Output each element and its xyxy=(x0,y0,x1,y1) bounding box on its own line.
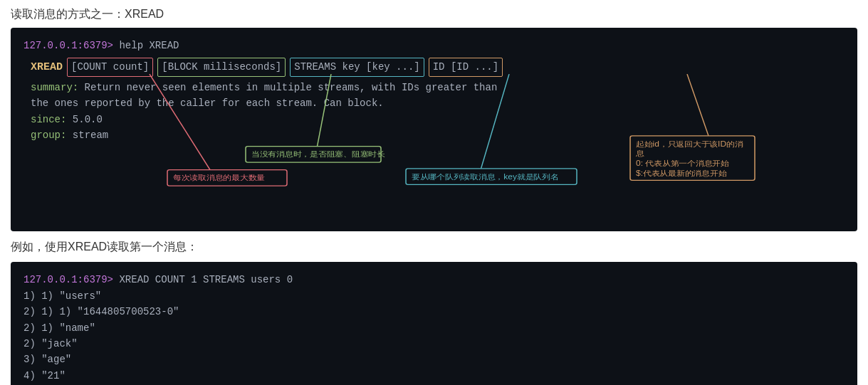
since-line: since: 5.0.0 xyxy=(31,112,845,127)
result-line-6: 4) "21" xyxy=(23,368,845,384)
terminal-1: 127.0.0.1:6379> help XREAD XREAD [COUNT … xyxy=(11,28,857,231)
terminal-2: 127.0.0.1:6379> XREAD COUNT 1 STREAMS us… xyxy=(11,262,857,385)
result-line-1: 1) 1) "users" xyxy=(23,288,845,304)
section-title-2: 例如，使用XREAD读取第一个消息： xyxy=(11,240,857,255)
since-label: since: xyxy=(31,114,66,125)
bracket-block: [BLOCK milliseconds] xyxy=(157,58,286,76)
result-line-3: 2) 1) "name" xyxy=(23,320,845,336)
since-val: 5.0.0 xyxy=(66,114,102,125)
summary-label: summary: xyxy=(31,82,78,93)
result-line-2: 2) 1) 1) "1644805700523-0" xyxy=(23,304,845,320)
summary-line: summary: Return never seen elements in m… xyxy=(31,80,845,95)
xread-label: XREAD xyxy=(31,59,63,76)
prompt-line-1: 127.0.0.1:6379> help XREAD xyxy=(23,38,845,53)
terminal-1-wrapper: 127.0.0.1:6379> help XREAD XREAD [COUNT … xyxy=(11,28,857,231)
xread-syntax-line: XREAD [COUNT count] [BLOCK milliseconds]… xyxy=(31,58,845,76)
annotation-spacer xyxy=(23,143,845,221)
command-2: XREAD COUNT 1 STREAMS users 0 xyxy=(113,274,293,285)
bracket-id: ID [ID ...] xyxy=(429,58,503,76)
summary-text: Return never seen elements in multiple s… xyxy=(78,82,497,93)
command-1: help XREAD xyxy=(113,40,179,51)
prompt-line-2: 127.0.0.1:6379> XREAD COUNT 1 STREAMS us… xyxy=(23,272,845,288)
prompt-1: 127.0.0.1:6379> xyxy=(23,40,113,51)
summary-line2: the ones reported by the caller for each… xyxy=(31,95,845,111)
bracket-streams: STREAMS key [key ...] xyxy=(290,58,424,76)
bracket-count: [COUNT count] xyxy=(67,58,153,76)
result-line-5: 3) "age" xyxy=(23,352,845,367)
result-line-4: 2) "jack" xyxy=(23,336,845,352)
section-title-1: 读取消息的方式之一：XREAD xyxy=(11,7,857,22)
group-line: group: stream xyxy=(31,127,845,143)
group-label: group: xyxy=(31,130,66,141)
prompt-2: 127.0.0.1:6379> xyxy=(23,274,113,285)
group-val: stream xyxy=(66,130,108,141)
